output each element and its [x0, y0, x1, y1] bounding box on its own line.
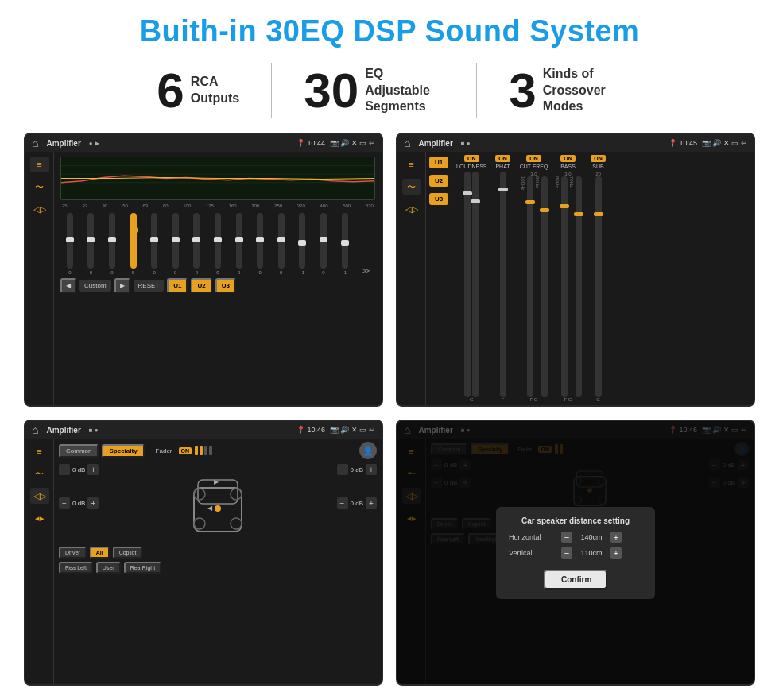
sidebar-eq-icon-2[interactable]: ≡ — [402, 157, 421, 172]
left-sidebar-2: ≡ 〜 ◁▷ — [397, 152, 426, 405]
u1-btn[interactable]: U1 — [429, 157, 448, 168]
db-plus-rl[interactable]: + — [87, 497, 99, 509]
home-icon-2: ⌂ — [404, 137, 410, 149]
on-badge-phat: ON — [495, 155, 510, 162]
phat-label: PHAT — [495, 164, 510, 169]
db-plus-rr[interactable]: + — [366, 497, 377, 509]
eq-sliders: 0 0 0 5 — [60, 211, 375, 275]
u2-btn[interactable]: U2 — [429, 175, 448, 187]
svg-text:◀: ◀ — [207, 505, 213, 512]
svg-text:▶: ▶ — [214, 478, 219, 485]
sidebar-eq-icon-3[interactable]: ≡ — [30, 443, 49, 459]
page-wrapper: Buith-in 30EQ DSP Sound System 6 RCAOutp… — [0, 0, 779, 700]
eq-graph — [60, 157, 375, 200]
eq-u2-btn[interactable]: U2 — [191, 278, 211, 293]
eq-prev-btn[interactable]: ◀ — [60, 278, 76, 293]
vertical-minus[interactable]: − — [561, 547, 572, 559]
home-icon-1: ⌂ — [32, 137, 38, 149]
status-title-3: Amplifier — [46, 426, 80, 435]
svg-point-7 — [194, 489, 205, 500]
status-icons-2: 📷 🔊 ✕ ▭ ↩ — [702, 139, 747, 147]
on-badge-sub: ON — [591, 155, 606, 162]
on-badge-bass: ON — [560, 155, 576, 162]
eq-slider-0: 0 — [60, 213, 79, 275]
fader-bars — [195, 446, 212, 455]
sidebar-speaker-icon[interactable]: ◁▷ — [30, 201, 49, 217]
stats-row: 6 RCAOutputs 30 EQ AdjustableSegments 3 … — [24, 63, 755, 118]
screen-content-3: ≡ 〜 ◁▷ ◂▸ Common Specialty Fader ON — [25, 439, 382, 684]
db-minus-rl[interactable]: − — [59, 497, 70, 509]
screen-content-2: ≡ 〜 ◁▷ U1 U2 U3 ON LOUDNESS — [397, 152, 754, 405]
eq-slider-7: 0 — [208, 213, 227, 275]
screens-grid: ⌂ Amplifier ● ▶ 📍 10:44 📷 🔊 ✕ ▭ ↩ ≡ 〜 ◁▷ — [24, 133, 755, 686]
screen-content-1: ≡ 〜 ◁▷ — [25, 152, 382, 405]
eq-slider-10: 0 — [272, 213, 291, 275]
distance-dialog: Car speaker distance setting Horizontal … — [496, 507, 655, 599]
db-minus-fr[interactable]: − — [337, 464, 348, 475]
db-plus-fl[interactable]: + — [87, 464, 99, 475]
db-val-rr: 0 dB — [351, 500, 363, 507]
stat-desc-crossover: Kinds ofCrossover Modes — [543, 66, 622, 115]
dialog-row-vertical: Vertical − 110cm + — [509, 547, 642, 559]
speaker-tabs: Common Specialty Fader ON 👤 — [59, 442, 377, 459]
speaker-main: Common Specialty Fader ON 👤 — [54, 439, 382, 684]
sidebar-wave-icon-2[interactable]: 〜 — [402, 179, 421, 195]
horizontal-minus[interactable]: − — [561, 532, 572, 543]
eq-more[interactable]: ≫ — [356, 266, 375, 275]
nav-copilot[interactable]: Copilot — [113, 547, 143, 559]
eq-slider-3: 5 — [124, 213, 143, 275]
vertical-plus[interactable]: + — [610, 547, 622, 559]
nav-driver[interactable]: Driver — [59, 547, 87, 559]
horizontal-ctrl: − 140cm + — [561, 532, 622, 543]
confirm-button[interactable]: Confirm — [544, 570, 607, 590]
eq-u3-btn[interactable]: U3 — [215, 278, 236, 293]
stat-number-3: 3 — [509, 66, 536, 115]
status-bar-1: ⌂ Amplifier ● ▶ 📍 10:44 📷 🔊 ✕ ▭ ↩ — [25, 134, 382, 152]
bottom-nav-2: RearLeft User RearRight — [59, 562, 377, 574]
horizontal-val: 140cm — [576, 533, 607, 541]
db-row-rr: − 0 dB + — [337, 497, 377, 509]
left-sidebar-3: ≡ 〜 ◁▷ ◂▸ — [25, 439, 54, 684]
screen-content-4: ≡ 〜 ◁▷ ◂▸ Common Specialty Fader ON — [397, 439, 754, 684]
status-time-2: 📍 10:45 — [669, 139, 697, 147]
eq-custom-btn[interactable]: Custom — [79, 280, 111, 292]
nav-rearright[interactable]: RearRight — [124, 562, 162, 574]
sidebar-vol-icon-3[interactable]: ◂▸ — [30, 510, 49, 526]
db-minus-fl[interactable]: − — [59, 464, 70, 475]
nav-user[interactable]: User — [96, 562, 121, 574]
profile-icon[interactable]: 👤 — [359, 442, 377, 459]
tab-specialty[interactable]: Specialty — [102, 444, 144, 458]
u3-btn[interactable]: U3 — [429, 193, 448, 205]
sidebar-eq-icon[interactable]: ≡ — [30, 157, 49, 172]
db-val-fr: 0 dB — [351, 466, 363, 474]
nav-rearleft[interactable]: RearLeft — [59, 562, 93, 574]
db-row-fl: − 0 dB + — [59, 464, 99, 475]
horizontal-plus[interactable]: + — [610, 532, 622, 543]
tab-common[interactable]: Common — [59, 444, 99, 458]
nav-all[interactable]: All — [90, 547, 110, 559]
status-title-2: Amplifier — [418, 139, 452, 148]
fader-on-badge: ON — [179, 447, 192, 454]
sub-label: SUB — [592, 164, 603, 169]
main-title: Buith-in 30EQ DSP Sound System — [140, 14, 640, 48]
bass-label: BASS — [560, 164, 576, 169]
stat-desc-eq: EQ AdjustableSegments — [365, 66, 444, 115]
db-minus-rr[interactable]: − — [337, 497, 348, 509]
sidebar-wave-icon[interactable]: 〜 — [30, 179, 49, 195]
eq-u1-btn[interactable]: U1 — [167, 278, 188, 293]
sidebar-speaker-icon-3[interactable]: ◁▷ — [30, 488, 49, 504]
eq-main: 2532405063 80100125160200 25032040050063… — [54, 152, 382, 405]
sidebar-wave-icon-3[interactable]: 〜 — [30, 466, 49, 481]
sidebar-speaker-icon-2[interactable]: ◁▷ — [402, 201, 421, 217]
bottom-nav: Driver All Copilot — [59, 547, 377, 559]
eq-slider-8: 0 — [230, 213, 249, 275]
eq-reset-btn[interactable]: RESET — [134, 280, 165, 292]
vertical-ctrl: − 110cm + — [561, 547, 622, 559]
db-plus-fr[interactable]: + — [366, 464, 377, 475]
stat-desc-rca: RCAOutputs — [191, 74, 239, 107]
svg-point-9 — [194, 518, 205, 529]
eq-play-btn[interactable]: ▶ — [114, 278, 130, 293]
db-row-fr: − 0 dB + — [337, 464, 377, 475]
horizontal-label: Horizontal — [509, 533, 556, 541]
amp-main: ON LOUDNESS G — [452, 152, 754, 405]
